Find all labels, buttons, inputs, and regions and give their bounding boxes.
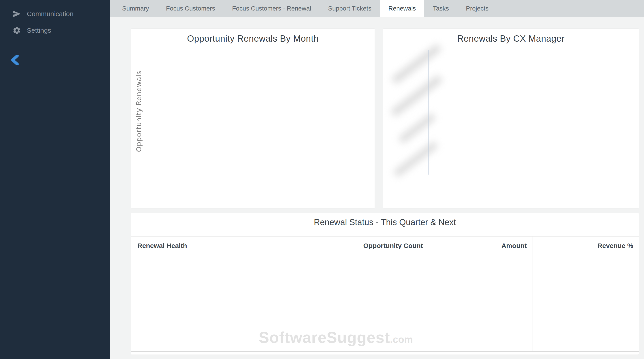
chart-renewals-by-cx-manager: Renewals By CX Manager bbox=[383, 29, 639, 208]
column-header-opportunity-count: Opportunity Count bbox=[278, 237, 423, 255]
main-content: SummaryFocus CustomersFocus Customers - … bbox=[110, 0, 644, 359]
column-divider bbox=[532, 236, 533, 352]
tab-summary[interactable]: Summary bbox=[114, 0, 158, 17]
y-axis-line bbox=[428, 50, 428, 174]
y-axis-title: Opportunity Renewals bbox=[135, 48, 143, 174]
tab-projects[interactable]: Projects bbox=[458, 0, 497, 17]
table-header-row: Renewal Health Opportunity Count Amount … bbox=[131, 237, 639, 255]
table-header-divider bbox=[131, 236, 639, 236]
sidebar-item-label: Communication bbox=[27, 10, 74, 18]
table-title: Renewal Status - This Quarter & Next bbox=[131, 218, 639, 227]
paper-plane-icon bbox=[12, 10, 21, 18]
tab-bar: SummaryFocus CustomersFocus Customers - … bbox=[110, 0, 644, 17]
tab-tasks[interactable]: Tasks bbox=[424, 0, 458, 17]
watermark: SoftwareSuggest.com bbox=[259, 328, 413, 346]
chart-title: Renewals By CX Manager bbox=[383, 34, 639, 44]
chevron-left-icon bbox=[10, 54, 20, 65]
plot-area bbox=[160, 48, 372, 174]
table-bottom-border bbox=[131, 351, 639, 352]
x-axis-line bbox=[160, 174, 372, 174]
column-header-renewal-health: Renewal Health bbox=[138, 237, 187, 255]
column-header-revenue-percent: Revenue % bbox=[532, 237, 633, 255]
tab-focus-customers-renewal[interactable]: Focus Customers - Renewal bbox=[224, 0, 320, 17]
renewal-status-table: Renewal Status - This Quarter & Next Ren… bbox=[131, 213, 639, 354]
tab-support-tickets[interactable]: Support Tickets bbox=[320, 0, 380, 17]
sidebar: Communication Settings bbox=[0, 0, 110, 359]
sidebar-item-communication[interactable]: Communication bbox=[0, 8, 110, 20]
chart-title: Opportunity Renewals By Month bbox=[131, 34, 374, 44]
column-header-amount: Amount bbox=[430, 237, 527, 255]
tab-renewals[interactable]: Renewals bbox=[380, 0, 424, 17]
gear-icon bbox=[12, 26, 21, 35]
sidebar-collapse-button[interactable] bbox=[10, 54, 20, 65]
plot-area bbox=[428, 50, 623, 174]
sidebar-item-label: Settings bbox=[27, 27, 51, 34]
tab-focus-customers[interactable]: Focus Customers bbox=[158, 0, 224, 17]
sidebar-item-settings[interactable]: Settings bbox=[0, 24, 110, 36]
chart-renewals-by-month: Opportunity Renewals By Month Opportunit… bbox=[131, 29, 374, 208]
